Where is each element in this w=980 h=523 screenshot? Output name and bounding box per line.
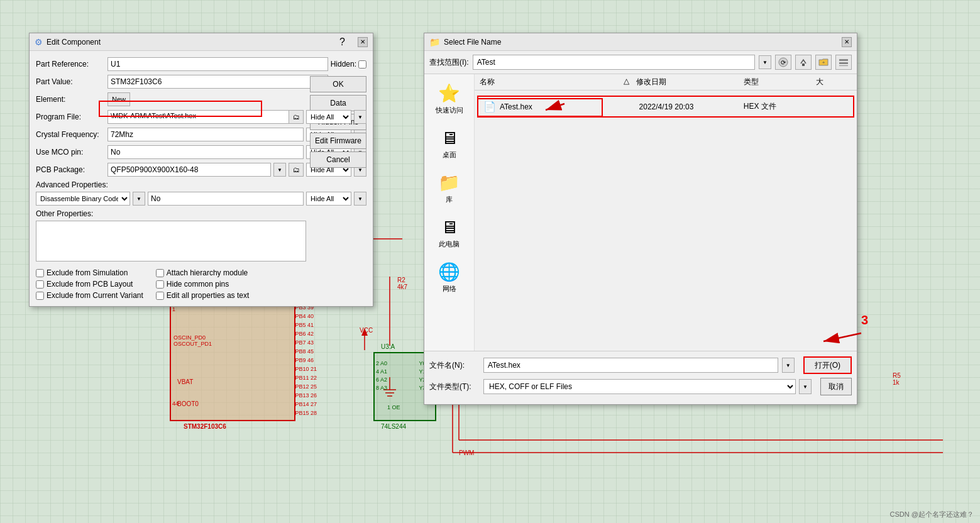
svg-text:+: + xyxy=(822,60,825,65)
sidebar-item-network[interactable]: 🌐 网络 xyxy=(428,259,471,296)
program-file-label: Program File: xyxy=(36,113,105,121)
file-cancel-button[interactable]: 取消 xyxy=(820,378,852,395)
r5-label: R5 1k xyxy=(893,372,901,386)
select-file-close-button[interactable]: ✕ xyxy=(842,37,852,47)
location-input[interactable] xyxy=(473,55,755,70)
other-props-textarea[interactable] xyxy=(36,221,306,262)
svg-rect-29 xyxy=(839,62,848,64)
file-icon: 📄 xyxy=(483,101,496,113)
part-value-input[interactable] xyxy=(107,75,328,89)
edit-firmware-button[interactable]: Edit Firmware xyxy=(310,133,366,149)
location-dropdown[interactable]: ▼ xyxy=(759,55,771,69)
help-icon[interactable]: ? xyxy=(339,36,345,48)
network-label: 网络 xyxy=(443,284,456,294)
disassemble-dropdown[interactable]: ▼ xyxy=(133,192,145,206)
nav-back-button[interactable]: ⟳ xyxy=(775,55,791,70)
edit-all-props-label: Edit all properties as text xyxy=(167,291,249,300)
edit-all-props-row: Edit all properties as text xyxy=(156,291,249,300)
network-icon: 🌐 xyxy=(438,262,460,282)
file-item-atesthex[interactable]: 📄 ATest.hex 2022/4/19 20:03 HEX 文件 xyxy=(477,96,854,118)
cancel-button[interactable]: Cancel xyxy=(310,151,366,168)
filename-input[interactable] xyxy=(483,358,778,373)
sidebar-item-desktop[interactable]: 🖥 桌面 xyxy=(428,125,471,162)
exclude-pcb-checkbox[interactable] xyxy=(36,280,44,289)
select-file-title-text: Select File Name xyxy=(444,38,501,47)
file-date: 2022/4/19 20:03 xyxy=(639,102,744,111)
part-reference-input[interactable] xyxy=(107,57,328,71)
mco-pin-input[interactable] xyxy=(107,145,304,159)
attach-hierarchy-label: Attach hierarchy module xyxy=(167,268,248,277)
disassemble-value-input[interactable] xyxy=(148,192,304,206)
open-button[interactable]: 打开(O) xyxy=(803,356,852,374)
new-button[interactable]: New xyxy=(107,92,130,106)
exclude-simulation-row: Exclude from Simulation xyxy=(36,268,143,277)
advanced-props-section: Advanced Properties: xyxy=(36,180,366,189)
sidebar-item-computer[interactable]: 🖥 此电脑 xyxy=(428,214,471,251)
new-folder-button[interactable]: + xyxy=(815,55,832,70)
attach-hierarchy-checkbox[interactable] xyxy=(156,269,164,277)
computer-label: 此电脑 xyxy=(439,239,460,249)
col-header-name: 名称 xyxy=(480,77,624,87)
pcb-package-dropdown[interactable]: ▼ xyxy=(273,163,286,177)
crystal-freq-label: Crystal Frequency: xyxy=(36,130,105,139)
hide-common-pins-checkbox[interactable] xyxy=(156,280,164,289)
hide-common-pins-label: Hide common pins xyxy=(167,280,229,289)
exclude-simulation-label: Exclude from Simulation xyxy=(47,268,128,277)
disassemble-row: Disassemble Binary Code ▼ Hide All ▼ xyxy=(36,192,366,206)
u3a-sublabel: 74LS244 xyxy=(381,423,406,430)
program-file-hide-all[interactable]: Hide All xyxy=(306,110,351,124)
file-browser-layout: ⭐ 快速访问 🖥 桌面 📁 库 🖥 此电脑 🌐 网络 xyxy=(424,74,857,351)
svg-rect-30 xyxy=(839,65,848,66)
exclude-pcb-row: Exclude from PCB Layout xyxy=(36,280,143,289)
desktop-icon: 🖥 xyxy=(441,128,458,148)
file-sidebar: ⭐ 快速访问 🖥 桌面 📁 库 🖥 此电脑 🌐 网络 xyxy=(424,74,475,351)
boot0-label: BOOT0 xyxy=(177,400,199,407)
exclude-simulation-checkbox[interactable] xyxy=(36,269,44,277)
sidebar-item-library[interactable]: 📁 库 xyxy=(428,170,471,207)
sidebar-item-quickaccess[interactable]: ⭐ 快速访问 xyxy=(428,80,471,118)
pcb-package-input[interactable] xyxy=(107,163,271,177)
disassemble-hide-dropdown[interactable]: ▼ xyxy=(354,192,366,206)
exclude-variant-label: Exclude from Current Variant xyxy=(47,291,143,300)
hidden-checkbox-1[interactable] xyxy=(358,60,366,69)
other-props-section: Other Properties: xyxy=(36,209,366,218)
file-list-area: 📄 ATest.hex 2022/4/19 20:03 HEX 文件 xyxy=(475,91,857,351)
edit-component-icon: ⚙ xyxy=(35,37,43,47)
view-options-button[interactable] xyxy=(835,55,852,70)
part-reference-hidden: Hidden: xyxy=(331,60,366,69)
filetype-row: 文件类型(T): HEX, COFF or ELF Files ▼ 取消 xyxy=(429,378,852,395)
element-label: Element: xyxy=(36,95,105,104)
edit-component-title-text: Edit Component xyxy=(47,38,101,47)
data-button[interactable]: Data xyxy=(310,95,366,111)
filename-label: 文件名(N): xyxy=(429,360,480,371)
nav-up-button[interactable] xyxy=(795,55,812,70)
desktop-label: 桌面 xyxy=(443,150,456,160)
r2-label: R2 4k7 xyxy=(397,277,407,290)
edit-component-title: ⚙ Edit Component xyxy=(35,37,101,47)
part-reference-label: Part Reference: xyxy=(36,60,105,69)
file-browse-button[interactable]: 🗂 xyxy=(289,110,304,124)
pwm-label: PWM xyxy=(459,449,474,456)
ok-button[interactable]: OK xyxy=(310,76,366,92)
file-list-container: 名称 △ 修改日期 类型 大 📄 ATest.hex 2022/4/19 20:… xyxy=(475,74,857,351)
crystal-freq-input[interactable] xyxy=(107,128,304,141)
vbat-label: VBAT xyxy=(177,378,193,385)
close-button[interactable]: ✕ xyxy=(358,37,368,47)
exclude-variant-checkbox[interactable] xyxy=(36,292,44,300)
disassemble-hide-all[interactable]: Hide All xyxy=(306,192,351,206)
program-file-text: \MDK-ARM\ATest\ATest.hex xyxy=(107,110,289,124)
annotation-3: 3 xyxy=(861,313,868,328)
program-file-row: Program File: \MDK-ARM\ATest\ATest.hex 🗂… xyxy=(36,110,366,124)
exclude-pcb-label: Exclude from PCB Layout xyxy=(47,280,133,289)
exclude-variant-row: Exclude from Current Variant xyxy=(36,291,143,300)
edit-component-dialog: ⚙ Edit Component ? ✕ OK Data Hidden Pins… xyxy=(29,33,373,307)
program-file-dropdown[interactable]: ▼ xyxy=(354,110,366,124)
edit-component-titlebar[interactable]: ⚙ Edit Component ? ✕ xyxy=(30,33,373,51)
edit-all-props-checkbox[interactable] xyxy=(156,292,164,300)
filename-dropdown-arrow[interactable]: ▼ xyxy=(782,358,795,373)
pcb-package-browse[interactable]: 🗂 xyxy=(289,163,304,177)
disassemble-select[interactable]: Disassemble Binary Code xyxy=(36,192,130,206)
filetype-select[interactable]: HEX, COFF or ELF Files xyxy=(483,379,796,394)
filetype-dropdown-arrow[interactable]: ▼ xyxy=(799,379,812,394)
select-file-titlebar[interactable]: 📁 Select File Name ✕ xyxy=(424,33,857,51)
